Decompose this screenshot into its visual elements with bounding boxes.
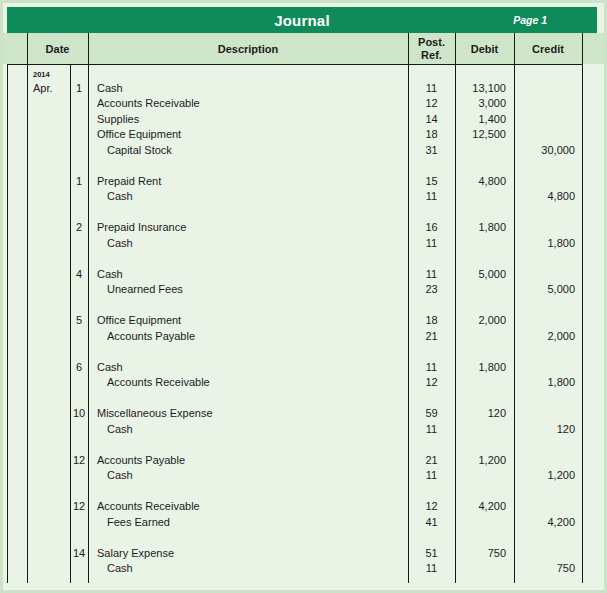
- debit-cell: 13,100: [455, 82, 514, 94]
- debit-cell: 4,800: [455, 175, 514, 187]
- post-ref-cell: 59: [408, 407, 455, 419]
- journal-line: 12Accounts Receivable124,200: [7, 499, 582, 515]
- debit-cell: 5,000: [455, 268, 514, 280]
- post-ref-cell: 21: [408, 454, 455, 466]
- description-cell: Accounts Payable: [88, 330, 408, 342]
- post-ref-cell: 18: [408, 128, 455, 140]
- description-cell: Salary Expense: [88, 547, 408, 559]
- journal-line: Accounts Payable212,000: [7, 328, 582, 344]
- debit-cell: 750: [455, 547, 514, 559]
- journal-title: Journal: [274, 12, 330, 29]
- grid-vline-credit-right: [582, 33, 583, 583]
- description-cell: Office Equipment: [88, 314, 408, 326]
- column-header-post-ref: Post. Ref.: [408, 33, 455, 64]
- journal-line: Cash111,200: [7, 468, 582, 484]
- credit-cell: 120: [514, 423, 582, 435]
- date-day-cell: 2: [70, 221, 88, 233]
- journal-line: Unearned Fees235,000: [7, 282, 582, 298]
- credit-cell: 5,000: [514, 283, 582, 295]
- description-cell: Accounts Payable: [88, 454, 408, 466]
- journal-line: 12Accounts Payable211,200: [7, 452, 582, 468]
- credit-cell: 4,800: [514, 190, 582, 202]
- post-ref-label-line2: Ref.: [421, 49, 442, 61]
- post-ref-cell: 15: [408, 175, 455, 187]
- page-number-label: Page 1: [513, 14, 547, 26]
- description-cell: Supplies: [88, 113, 408, 125]
- journal-line: Cash11750: [7, 561, 582, 577]
- date-day-cell: 5: [70, 314, 88, 326]
- description-cell: Cash: [88, 361, 408, 373]
- column-header-date: Date: [27, 33, 88, 64]
- credit-cell: 1,800: [514, 237, 582, 249]
- description-cell: Accounts Receivable: [88, 376, 408, 388]
- credit-cell: 30,000: [514, 144, 582, 156]
- date-day-cell: 1: [70, 82, 88, 94]
- debit-cell: 2,000: [455, 314, 514, 326]
- post-ref-cell: 31: [408, 144, 455, 156]
- debit-cell: 1,800: [455, 221, 514, 233]
- description-cell: Fees Earned: [88, 516, 408, 528]
- post-ref-cell: 11: [408, 237, 455, 249]
- description-cell: Accounts Receivable: [88, 500, 408, 512]
- post-ref-cell: 18: [408, 314, 455, 326]
- post-ref-cell: 11: [408, 469, 455, 481]
- year-cell: 2014: [27, 70, 70, 79]
- journal-line: Supplies141,400: [7, 111, 582, 127]
- column-header-credit: Credit: [514, 33, 582, 64]
- blank-row: [7, 251, 582, 267]
- year-row: 2014: [7, 68, 582, 80]
- journal-entries: 2014Apr.1Cash1113,100Accounts Receivable…: [7, 68, 582, 576]
- post-ref-label-line1: Post.: [418, 36, 445, 48]
- post-ref-cell: 21: [408, 330, 455, 342]
- blank-row: [7, 437, 582, 453]
- column-header-description: Description: [88, 33, 408, 64]
- description-cell: Office Equipment: [88, 128, 408, 140]
- journal-line: 14Salary Expense51750: [7, 545, 582, 561]
- description-cell: Cash: [88, 469, 408, 481]
- journal-line: 10Miscellaneous Expense59120: [7, 406, 582, 422]
- description-cell: Miscellaneous Expense: [88, 407, 408, 419]
- description-cell: Prepaid Rent: [88, 175, 408, 187]
- post-ref-cell: 12: [408, 97, 455, 109]
- credit-cell: 750: [514, 562, 582, 574]
- journal-line: Accounts Receivable123,000: [7, 96, 582, 112]
- credit-cell: 1,200: [514, 469, 582, 481]
- credit-cell: 4,200: [514, 516, 582, 528]
- description-cell: Capital Stock: [88, 144, 408, 156]
- journal-line: Cash11120: [7, 421, 582, 437]
- post-ref-cell: 11: [408, 361, 455, 373]
- column-header-debit: Debit: [455, 33, 514, 64]
- debit-cell: 4,200: [455, 500, 514, 512]
- journal-line: 1Prepaid Rent154,800: [7, 173, 582, 189]
- journal-line: 6Cash111,800: [7, 359, 582, 375]
- blank-row: [7, 204, 582, 220]
- date-day-cell: 6: [70, 361, 88, 373]
- post-ref-cell: 41: [408, 516, 455, 528]
- blank-row: [7, 297, 582, 313]
- description-cell: Cash: [88, 268, 408, 280]
- blank-row: [7, 483, 582, 499]
- journal-line: Fees Earned414,200: [7, 514, 582, 530]
- header-bottom-rule: [7, 64, 582, 65]
- description-cell: Cash: [88, 423, 408, 435]
- blank-row: [7, 390, 582, 406]
- post-ref-cell: 11: [408, 562, 455, 574]
- journal-line: Accounts Receivable121,800: [7, 375, 582, 391]
- description-cell: Cash: [88, 562, 408, 574]
- journal-line: Cash111,800: [7, 235, 582, 251]
- debit-cell: 1,800: [455, 361, 514, 373]
- journal-line: Capital Stock3130,000: [7, 142, 582, 158]
- post-ref-cell: 12: [408, 376, 455, 388]
- post-ref-cell: 16: [408, 221, 455, 233]
- date-day-cell: 14: [70, 547, 88, 559]
- description-cell: Accounts Receivable: [88, 97, 408, 109]
- journal-page: Journal Page 1 Date Description Post. Re…: [0, 0, 607, 593]
- post-ref-cell: 11: [408, 82, 455, 94]
- post-ref-cell: 12: [408, 500, 455, 512]
- debit-cell: 1,200: [455, 454, 514, 466]
- post-ref-cell: 51: [408, 547, 455, 559]
- post-ref-cell: 23: [408, 283, 455, 295]
- journal-line: 5Office Equipment182,000: [7, 313, 582, 329]
- journal-line: Cash114,800: [7, 189, 582, 205]
- debit-cell: 12,500: [455, 128, 514, 140]
